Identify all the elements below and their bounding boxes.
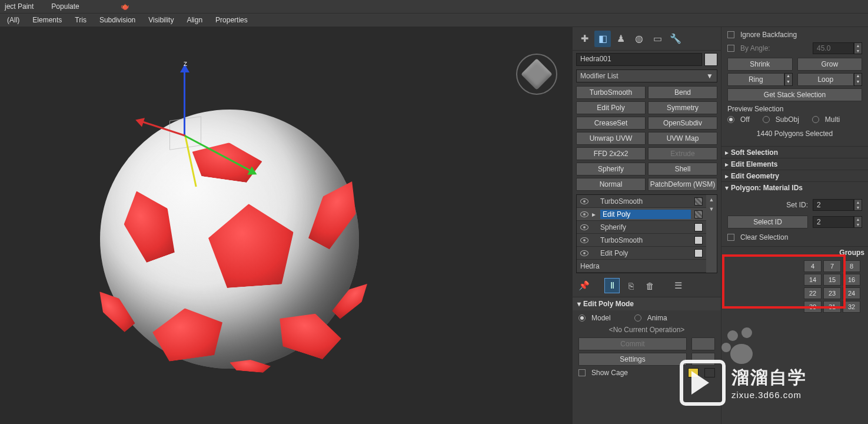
tab-subdivision[interactable]: Subdivision bbox=[94, 14, 141, 26]
hierarchy-tab-icon[interactable]: ♟ bbox=[613, 31, 629, 47]
menu-populate[interactable]: Populate bbox=[51, 2, 79, 11]
smoothing-group-button[interactable]: 7 bbox=[823, 260, 841, 272]
stack-row[interactable]: Hedra bbox=[577, 260, 706, 273]
soft-selection-rollup[interactable]: ▸ Soft Selection bbox=[721, 146, 868, 158]
mod-btn[interactable]: Extrude bbox=[648, 147, 717, 160]
clear-selection-checkbox[interactable] bbox=[727, 234, 734, 241]
eye-icon[interactable] bbox=[580, 198, 588, 204]
preview-off-radio[interactable] bbox=[727, 116, 734, 123]
edit-geometry-rollup[interactable]: ▸ Edit Geometry bbox=[721, 170, 868, 181]
configure-sets-icon[interactable]: ☰ bbox=[670, 278, 686, 293]
mod-btn[interactable]: FFD 2x2x2 bbox=[576, 147, 646, 160]
mod-btn[interactable]: Spherify bbox=[576, 163, 646, 175]
stack-row[interactable]: TurboSmooth bbox=[577, 195, 706, 208]
eye-icon[interactable] bbox=[580, 224, 588, 230]
smoothing-group-button[interactable]: 32 bbox=[843, 301, 860, 313]
material-ids-rollup[interactable]: ▾ Polygon: Material IDs bbox=[721, 181, 868, 193]
grow-button[interactable]: Grow bbox=[797, 58, 863, 71]
commit-button[interactable]: Commit bbox=[578, 337, 687, 350]
mod-btn[interactable]: UVW Map bbox=[648, 132, 717, 145]
eye-icon[interactable] bbox=[580, 237, 588, 243]
stack-toggle-icon[interactable] bbox=[694, 249, 703, 257]
shrink-button[interactable]: Shrink bbox=[727, 58, 793, 71]
edit-elements-rollup[interactable]: ▸ Edit Elements bbox=[721, 158, 868, 170]
stack-row[interactable]: TurboSmooth bbox=[577, 234, 706, 247]
stack-row[interactable]: Spherify bbox=[577, 221, 706, 234]
stack-scrollbar[interactable]: ▲▼ bbox=[706, 195, 717, 273]
motion-tab-icon[interactable]: ◍ bbox=[631, 31, 647, 47]
tab-visibility[interactable]: Visibility bbox=[142, 14, 179, 26]
angle-spinner[interactable]: 45.0 bbox=[813, 42, 854, 54]
stack-toggle-icon[interactable] bbox=[694, 223, 703, 231]
stack-toggle-icon[interactable] bbox=[694, 197, 703, 206]
smoothing-group-button[interactable]: 23 bbox=[823, 287, 841, 299]
make-unique-icon[interactable]: ⎘ bbox=[623, 278, 638, 293]
mod-btn[interactable]: PatchDeform (WSM) bbox=[648, 178, 717, 191]
mod-btn[interactable]: CreaseSet bbox=[576, 117, 646, 130]
display-tab-icon[interactable]: ▭ bbox=[649, 31, 666, 47]
modifier-list-dropdown[interactable]: Modifier List▼ bbox=[576, 69, 717, 82]
select-id-button[interactable]: Select ID bbox=[727, 216, 808, 228]
teapot-icon[interactable]: 🫖 bbox=[121, 2, 129, 11]
ignore-backfacing-checkbox[interactable] bbox=[727, 31, 734, 38]
tab-align[interactable]: Align bbox=[181, 14, 208, 26]
show-end-result-icon[interactable]: Ⅱ bbox=[604, 278, 620, 293]
pin-stack-icon[interactable]: 📌 bbox=[576, 278, 591, 293]
move-gizmo[interactable] bbox=[153, 65, 247, 183]
edit-poly-mode-rollup[interactable]: ▾ Edit Poly Mode bbox=[573, 297, 721, 310]
smoothing-group-button[interactable]: 30 bbox=[804, 301, 822, 313]
mod-btn[interactable]: Edit Poly bbox=[576, 101, 646, 114]
get-stack-selection-button[interactable]: Get Stack Selection bbox=[727, 88, 862, 101]
set-id-spinner[interactable]: 2 bbox=[813, 199, 854, 211]
ring-button[interactable]: Ring bbox=[727, 73, 784, 86]
smoothing-group-button[interactable]: 4 bbox=[804, 260, 822, 272]
remove-modifier-icon[interactable]: 🗑 bbox=[642, 278, 657, 293]
cage-color-2[interactable] bbox=[704, 368, 715, 377]
show-cage-checkbox[interactable] bbox=[578, 369, 586, 376]
tab-tris[interactable]: Tris bbox=[69, 14, 92, 26]
preview-multi-radio[interactable] bbox=[812, 116, 819, 123]
cancel-button[interactable] bbox=[691, 337, 715, 350]
cage-color-1[interactable] bbox=[688, 368, 699, 377]
stack-toggle-icon[interactable] bbox=[694, 210, 703, 218]
mod-btn[interactable]: TurboSmooth bbox=[576, 86, 646, 99]
stack-toggle-icon[interactable] bbox=[694, 236, 703, 244]
eye-icon[interactable] bbox=[580, 211, 588, 217]
tab-elements[interactable]: Elements bbox=[26, 14, 68, 26]
eye-icon[interactable] bbox=[580, 250, 588, 256]
smoothing-group-button[interactable]: 16 bbox=[843, 274, 860, 286]
by-angle-checkbox[interactable] bbox=[727, 45, 734, 52]
stack-row[interactable]: Edit Poly bbox=[577, 247, 706, 260]
stack-row[interactable]: ▸Edit Poly bbox=[577, 208, 706, 221]
tab-all[interactable]: (All) bbox=[1, 14, 25, 26]
viewport[interactable]: z bbox=[0, 27, 572, 424]
animate-radio[interactable] bbox=[634, 314, 641, 322]
mod-btn[interactable]: Bend bbox=[648, 86, 717, 99]
modify-tab-icon[interactable]: ◧ bbox=[594, 31, 611, 47]
smoothing-group-button[interactable]: 24 bbox=[843, 287, 860, 299]
tab-properties[interactable]: Properties bbox=[209, 14, 254, 26]
smoothing-group-button[interactable]: 15 bbox=[823, 274, 841, 286]
settings-button[interactable]: Settings bbox=[578, 353, 687, 366]
smoothing-group-button[interactable]: 14 bbox=[804, 274, 822, 286]
smoothing-group-button[interactable]: 31 bbox=[823, 301, 841, 313]
menu-object-paint[interactable]: ject Paint bbox=[5, 2, 34, 11]
mod-btn[interactable]: Normal bbox=[576, 178, 646, 191]
viewcube[interactable] bbox=[516, 54, 557, 95]
smoothing-group-button[interactable]: 8 bbox=[843, 260, 860, 272]
object-color-swatch[interactable] bbox=[704, 53, 717, 66]
create-tab-icon[interactable]: ✚ bbox=[576, 31, 593, 47]
modifier-stack[interactable]: TurboSmooth▸Edit Poly Spherify TurboSmoo… bbox=[576, 194, 717, 273]
mod-btn[interactable]: Symmetry bbox=[648, 101, 717, 114]
mod-btn[interactable]: OpenSubdiv bbox=[648, 117, 717, 130]
smoothing-group-button[interactable]: 22 bbox=[804, 287, 822, 299]
preview-subobj-radio[interactable] bbox=[763, 116, 770, 123]
settings2-button[interactable] bbox=[691, 353, 715, 366]
mod-btn[interactable]: Shell bbox=[648, 163, 717, 175]
object-name-field[interactable]: Hedra001 bbox=[576, 53, 702, 66]
smoothing-groups-rollup[interactable]: Groups bbox=[721, 246, 868, 258]
loop-button[interactable]: Loop bbox=[797, 73, 854, 86]
model-radio[interactable] bbox=[578, 314, 586, 322]
utilities-tab-icon[interactable]: 🔧 bbox=[667, 31, 684, 47]
mod-btn[interactable]: Unwrap UVW bbox=[576, 132, 646, 145]
